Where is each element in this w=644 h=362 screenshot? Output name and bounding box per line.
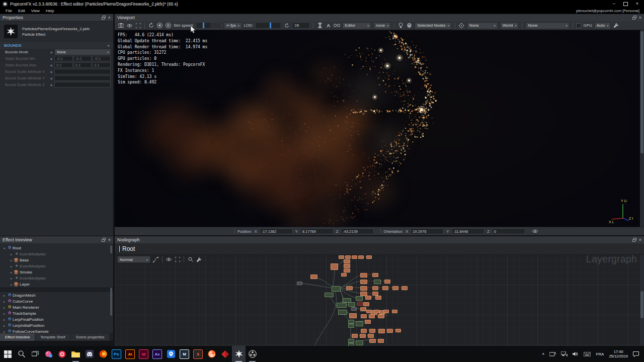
value-field[interactable]: -0.1 xyxy=(92,56,111,61)
menu-view[interactable]: View xyxy=(28,9,43,13)
expander-closed-icon[interactable]: ▸ xyxy=(2,324,7,327)
graph-node[interactable] xyxy=(360,334,366,338)
expander-closed-icon[interactable]: ▸ xyxy=(2,312,7,315)
graph-node[interactable] xyxy=(337,303,347,308)
tree-item-dragonmesh[interactable]: ▸⚙DragonMesh xyxy=(0,292,113,298)
taskbar-obs-icon[interactable] xyxy=(246,346,259,362)
render-target-dropdown[interactable]: None▾ xyxy=(525,22,570,29)
graph-node[interactable] xyxy=(365,320,371,324)
graph-node[interactable] xyxy=(339,255,344,259)
graph-node[interactable] xyxy=(356,340,363,345)
gizmo-icon[interactable] xyxy=(458,22,465,29)
graph-node[interactable] xyxy=(387,329,393,333)
float-panel-icon[interactable] xyxy=(632,16,636,20)
graph-node[interactable] xyxy=(352,255,357,259)
close-panel-icon[interactable]: × xyxy=(108,238,111,242)
float-panel-icon[interactable] xyxy=(102,16,106,20)
taskbar-indesign-icon[interactable]: Id xyxy=(137,346,150,362)
graph-node[interactable] xyxy=(392,310,397,313)
graph-node[interactable] xyxy=(384,280,390,284)
graph-node[interactable] xyxy=(395,329,401,332)
orientation-y-field[interactable]: -11.8448 xyxy=(451,228,485,234)
pen-tablet-icon[interactable] xyxy=(549,352,556,356)
taskbar-houdini-icon[interactable] xyxy=(205,346,218,362)
gpu-mode-dropdown[interactable]: Auto▾ xyxy=(594,22,611,29)
value-field[interactable]: -0.1 xyxy=(54,56,73,61)
expander-closed-icon[interactable]: ▸ xyxy=(9,270,14,274)
graph-node[interactable] xyxy=(338,310,347,315)
restart-sim-icon[interactable] xyxy=(148,22,154,29)
orientation-z-field[interactable]: 0 xyxy=(492,228,525,234)
language-indicator[interactable]: FRA xyxy=(596,352,604,356)
sim-speed-slider[interactable] xyxy=(196,22,222,29)
graph-node[interactable] xyxy=(382,286,388,290)
graph-node[interactable] xyxy=(372,273,378,277)
taskbar-substance-icon[interactable]: S xyxy=(191,346,205,362)
refresh-count-field[interactable]: 28 xyxy=(292,22,310,29)
viewport-scrollbar[interactable] xyxy=(640,30,644,227)
fit-view-icon[interactable] xyxy=(135,22,141,29)
menu-file[interactable]: File xyxy=(3,9,15,13)
graph-node[interactable] xyxy=(375,296,381,300)
gpu-checkbox[interactable] xyxy=(576,23,581,28)
taskbar-photoshop-icon[interactable]: Ps xyxy=(110,346,123,362)
menu-edit[interactable]: Edit xyxy=(15,9,28,13)
tab-template-shelf[interactable]: Template Shelf xyxy=(35,333,70,341)
graph-node[interactable] xyxy=(369,329,375,333)
tree-item-root[interactable]: ▾⚙Root xyxy=(0,245,113,251)
graph-node[interactable] xyxy=(378,329,385,333)
graph-node[interactable] xyxy=(325,293,334,297)
graph-node[interactable] xyxy=(361,329,367,333)
taskbar-red-app-icon[interactable] xyxy=(218,346,232,362)
menu-help[interactable]: Help xyxy=(43,9,57,13)
close-panel-icon[interactable]: × xyxy=(108,16,111,20)
expander-closed-icon[interactable]: ▸ xyxy=(9,277,14,280)
graph-node[interactable] xyxy=(356,296,363,301)
expander-closed-icon[interactable]: ▸ xyxy=(2,300,7,303)
graph-node[interactable] xyxy=(348,320,354,324)
clock[interactable]: 17:40 25/12/2019 xyxy=(609,349,628,358)
stereo-glasses-icon[interactable] xyxy=(334,22,340,29)
bounds-section-header[interactable]: BOUNDS ▾ xyxy=(0,42,113,49)
camera-mode-dropdown[interactable]: Editor▾ xyxy=(342,22,371,29)
tree-item-base[interactable]: ▸Base xyxy=(0,257,113,263)
tree-item-layer[interactable]: ▸Layer xyxy=(0,281,113,287)
graph-node[interactable] xyxy=(378,339,384,343)
graph-node[interactable] xyxy=(344,264,350,268)
graph-node[interactable] xyxy=(344,259,350,263)
graph-node[interactable] xyxy=(348,339,354,343)
tree-item-eventmultiplier[interactable]: ▸∗EventMultiplier xyxy=(0,275,113,281)
expander-closed-icon[interactable]: ▸ xyxy=(9,264,14,268)
value-field[interactable] xyxy=(54,82,111,87)
graph-node[interactable] xyxy=(366,310,372,313)
minimize-button[interactable]: – xyxy=(613,2,615,6)
orientation-x-field[interactable]: 19.2976 xyxy=(411,228,444,234)
pause-sim-icon[interactable] xyxy=(165,22,172,29)
value-field[interactable] xyxy=(54,75,111,81)
graph-node[interactable] xyxy=(332,286,341,292)
value-field[interactable]: 0.1 xyxy=(92,62,111,68)
graph-node[interactable] xyxy=(365,296,371,300)
graph-node[interactable] xyxy=(348,302,355,307)
graph-node[interactable] xyxy=(401,286,408,290)
graph-node[interactable] xyxy=(360,280,367,284)
notification-icon[interactable] xyxy=(633,351,639,357)
position-y-field[interactable]: 8.17789 xyxy=(300,228,334,234)
expander-closed-icon[interactable]: ▸ xyxy=(9,258,14,262)
graph-node[interactable] xyxy=(360,286,367,291)
curve-editor-icon[interactable] xyxy=(152,256,159,263)
value-field[interactable]: -0.1 xyxy=(73,56,92,61)
tree-item-tracksample[interactable]: ▸⚙TrackSample xyxy=(0,310,113,316)
gizmo-mode-dropdown[interactable]: None▾ xyxy=(467,22,498,29)
volume-icon[interactable] xyxy=(573,351,579,356)
space-dropdown[interactable]: World▾ xyxy=(500,22,519,29)
taskbar-firefox-icon[interactable] xyxy=(96,346,110,362)
expander-closed-icon[interactable]: ▸ xyxy=(2,318,7,321)
hourglass-icon[interactable] xyxy=(316,22,323,29)
light-bulb-icon[interactable] xyxy=(397,22,404,29)
float-panel-icon[interactable] xyxy=(102,238,106,242)
graph-node[interactable] xyxy=(297,282,302,285)
camera-eye-icon[interactable] xyxy=(532,228,538,235)
hidden-icons-chevron[interactable]: ∧ xyxy=(542,352,544,356)
expander-closed-icon[interactable]: ▸ xyxy=(9,252,14,256)
